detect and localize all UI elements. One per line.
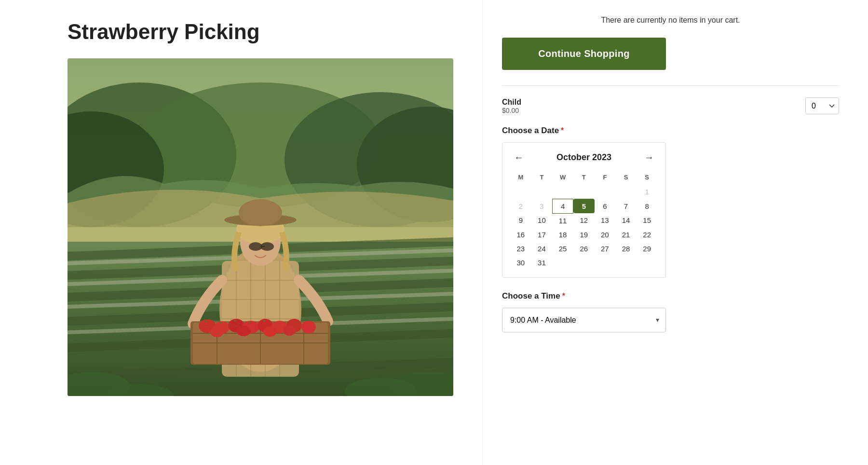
svg-text:· · ·: · · ·: [234, 325, 238, 328]
calendar-day[interactable]: 26: [573, 242, 595, 256]
weekday-sat: S: [615, 172, 637, 185]
calendar-grid: M T W T F S S 12345678910111213141516171…: [510, 172, 658, 270]
next-month-button[interactable]: →: [640, 150, 658, 164]
calendar-day[interactable]: 8: [637, 199, 658, 213]
calendar: ← October 2023 → M T W T F S S 123456789…: [502, 142, 666, 278]
ticket-section: Child $0.00 0 1 2 3 4 5 6 7 8 9 10: [502, 97, 839, 114]
hero-image: ✦ ✦ ✦ ✦ ✦ · · · · · ·: [68, 58, 453, 396]
calendar-day[interactable]: 30: [510, 256, 531, 270]
required-star: *: [561, 126, 564, 135]
left-panel: Strawberry Picking: [0, 0, 482, 465]
calendar-day[interactable]: 4: [552, 199, 573, 213]
calendar-day: [573, 256, 595, 270]
calendar-day[interactable]: 25: [552, 242, 573, 256]
page-title: Strawberry Picking: [68, 19, 453, 45]
calendar-day: [552, 185, 573, 199]
calendar-day[interactable]: 13: [595, 213, 616, 228]
calendar-week-row: 1: [510, 185, 658, 199]
calendar-day: [615, 185, 637, 199]
weekday-tue: T: [531, 172, 553, 185]
svg-point-32: [249, 242, 262, 251]
calendar-day[interactable]: 17: [531, 228, 553, 242]
calendar-day[interactable]: 18: [552, 228, 573, 242]
svg-text:· · ·: · · ·: [205, 325, 209, 328]
calendar-day[interactable]: 24: [531, 242, 553, 256]
section-divider: [502, 85, 839, 86]
svg-point-49: [301, 321, 316, 333]
cart-empty-message: There are currently no items in your car…: [502, 10, 839, 26]
continue-shopping-button[interactable]: Continue Shopping: [502, 38, 666, 70]
right-panel: There are currently no items in your car…: [482, 0, 868, 465]
calendar-day: [573, 185, 595, 199]
ticket-label: Child: [502, 98, 521, 107]
weekday-mon: M: [510, 172, 531, 185]
calendar-day[interactable]: 20: [595, 228, 616, 242]
ticket-info: Child $0.00: [502, 98, 521, 114]
calendar-month-title: October 2023: [556, 152, 611, 163]
choose-date-label: Choose a Date *: [502, 126, 839, 136]
calendar-week-row: 16171819202122: [510, 228, 658, 242]
svg-point-52: [263, 326, 277, 337]
svg-text:✦: ✦: [204, 319, 208, 324]
weekday-fri: F: [595, 172, 616, 185]
calendar-day: [595, 185, 616, 199]
calendar-weekdays-row: M T W T F S S: [510, 172, 658, 185]
calendar-day[interactable]: 3: [531, 199, 553, 213]
calendar-week-row: 9101112131415: [510, 213, 658, 228]
calendar-day: [531, 185, 553, 199]
calendar-day[interactable]: 14: [615, 213, 637, 228]
calendar-day: [510, 185, 531, 199]
calendar-day[interactable]: 16: [510, 228, 531, 242]
calendar-day[interactable]: 2: [510, 199, 531, 213]
calendar-day: [637, 256, 658, 270]
calendar-day[interactable]: 10: [531, 213, 553, 228]
ticket-row: Child $0.00 0 1 2 3 4 5 6 7 8 9 10: [502, 97, 839, 114]
time-required-star: *: [562, 292, 565, 301]
calendar-day[interactable]: 19: [573, 228, 595, 242]
svg-point-51: [236, 326, 251, 336]
time-select-wrapper: 9:00 AM - Available 10:00 AM - Available…: [502, 308, 666, 332]
svg-text:✦: ✦: [248, 320, 251, 325]
ticket-price: $0.00: [502, 107, 521, 114]
svg-text:✦: ✦: [219, 321, 222, 325]
svg-point-53: [283, 325, 296, 336]
calendar-day[interactable]: 15: [637, 213, 658, 228]
weekday-thu: T: [573, 172, 595, 185]
calendar-day[interactable]: 28: [615, 242, 637, 256]
calendar-day: [595, 256, 616, 270]
calendar-day: [552, 256, 573, 270]
calendar-day[interactable]: 11: [552, 213, 573, 228]
calendar-day[interactable]: 29: [637, 242, 658, 256]
calendar-day[interactable]: 31: [531, 256, 553, 270]
calendar-day[interactable]: 1: [637, 185, 658, 199]
calendar-day[interactable]: 21: [615, 228, 637, 242]
svg-text:✦: ✦: [233, 319, 237, 323]
calendar-week-row: 23242526272829: [510, 242, 658, 256]
calendar-day[interactable]: 12: [573, 213, 595, 228]
calendar-week-row: 2345678: [510, 199, 658, 213]
svg-point-50: [210, 327, 224, 337]
choose-time-label: Choose a Time *: [502, 291, 839, 301]
calendar-header: ← October 2023 →: [510, 150, 658, 164]
time-select[interactable]: 9:00 AM - Available 10:00 AM - Available…: [502, 308, 666, 332]
svg-point-31: [239, 199, 282, 226]
calendar-day[interactable]: 9: [510, 213, 531, 228]
calendar-day[interactable]: 27: [595, 242, 616, 256]
svg-text:✦: ✦: [262, 319, 266, 323]
quantity-select[interactable]: 0 1 2 3 4 5 6 7 8 9 10: [805, 97, 839, 114]
calendar-day[interactable]: 23: [510, 242, 531, 256]
calendar-week-row: 3031: [510, 256, 658, 270]
weekday-sun: S: [637, 172, 658, 185]
calendar-day[interactable]: 22: [637, 228, 658, 242]
calendar-day[interactable]: 6: [595, 199, 616, 213]
weekday-wed: W: [552, 172, 573, 185]
calendar-day[interactable]: 7: [615, 199, 637, 213]
calendar-day: [615, 256, 637, 270]
calendar-day[interactable]: 5: [573, 199, 595, 213]
prev-month-button[interactable]: ←: [510, 150, 528, 164]
